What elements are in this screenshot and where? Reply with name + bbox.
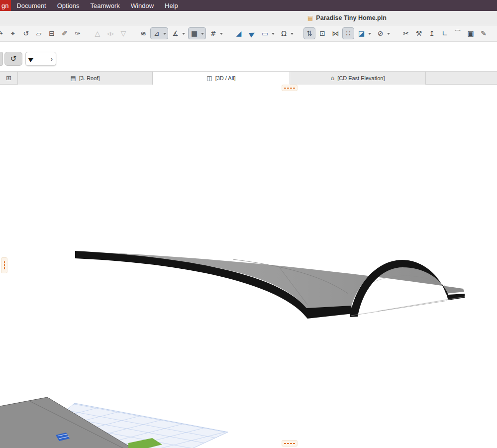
split-tool[interactable]: ✂ [400,27,412,39]
chevron-down-icon[interactable] [163,33,166,35]
trace-marker-left[interactable] [1,257,7,273]
arrow-select-tool[interactable]: ▶ [246,27,258,39]
coordinate-input-tool[interactable]: ▦ [188,27,206,39]
tool-icon: ▭ [262,30,268,37]
chevron-down-icon[interactable] [368,33,371,35]
tab-overview-button[interactable]: ⊞ [0,72,18,85]
chevron-down-icon[interactable] [220,33,223,35]
previous-zoom-tool[interactable]: ⊟ [46,27,58,39]
tool-icon: ⊡ [319,30,325,37]
tab-3d-all[interactable]: ◫ [3D / All] [153,72,290,85]
cursor-arrow-icon: ▶ [27,55,35,63]
tool-icon: ▽ [121,30,126,37]
suspend-groups-toggle[interactable]: Ω [278,27,296,39]
tool-icon: ◃▹ [107,30,114,37]
adjust-tool[interactable]: ⚒ [413,27,425,39]
jump-down-marker-tool[interactable]: ▽ [117,27,129,39]
orbit-button[interactable]: ↺ [4,52,22,66]
tool-icon: ≋ [140,30,146,37]
tool-icon: ⌒ [454,30,461,37]
viewport-3d[interactable] [0,84,497,448]
main-toolbar: ↷ ⌖ ↺ ▱ ⊟ ✐ [0,25,497,42]
chevron-down-icon[interactable] [387,33,390,35]
gravity-tool[interactable]: ⇅ [303,27,315,39]
tab-label: [3. Roof] [79,75,100,81]
snap-points-tool[interactable]: ∷ [342,27,354,39]
menu-item[interactable]: Help [159,0,184,11]
elevate-tool[interactable]: ↥ [426,27,438,39]
fillet-tool[interactable]: ⌒ [452,27,464,39]
roof-3d-model[interactable] [75,251,465,319]
mirror-tool[interactable]: ⋈ [329,27,341,39]
redo-arc-tool[interactable]: ↷ [0,27,6,39]
angle-measure-tool[interactable]: ∡ [169,27,187,39]
tool-icon: △ [95,30,100,37]
surface-snap-tool[interactable]: ◪ [355,27,373,39]
tool-icon: ↷ [0,30,3,37]
cycle-markers-tool[interactable]: ◃▹ [104,27,116,39]
menu-label: gn [1,2,8,9]
tool-icon: ⊿ [154,30,160,37]
corner-extend-tool[interactable]: ∟ [439,27,451,39]
tool-icon: ⊘ [378,30,384,37]
tool-icon: ✑ [75,30,81,37]
offset-tool[interactable]: ✎ [478,27,490,39]
tool-icon: ✂ [403,30,409,37]
hatch-display-toggle[interactable]: ≋ [137,27,149,39]
menu-item[interactable]: Teamwork [85,0,125,11]
slope-input-tool[interactable]: ⊿ [150,27,168,39]
tool-icon: # [210,30,216,37]
tool-icon: ↥ [429,30,435,37]
editing-plane-tool[interactable]: ◢ [233,27,245,39]
tool-icon: ✎ [481,30,487,37]
select-magnet-tool[interactable]: ⌖ [7,27,19,39]
tab-label: [CD East Elevation] [337,75,385,81]
tab-cd-east-elevation[interactable]: ⌂ [CD East Elevation] [290,72,426,85]
document-title: ▤ Paradise Tiny Home.pln [307,11,387,25]
chevron-down-icon[interactable] [182,33,185,35]
tool-icon: ▦ [191,30,198,37]
view-tab-bar: ⊞ ▤ [3. Roof] ◫ [3D / All] [0,71,497,85]
cube-3d-icon: ◫ [206,75,212,82]
tool-icon: ◢ [236,30,242,37]
resize-tool[interactable]: ▣ [465,27,477,39]
document-title-text: Paradise Tiny Home.pln [316,14,386,21]
tool-icon: ▶ [248,29,256,37]
pickup-parameters-tool[interactable]: ✑ [72,27,84,39]
dimension-units-tool[interactable]: ⊡ [316,27,328,39]
menu-item-design-partial[interactable]: gn [0,0,11,11]
scene-3d [0,84,497,448]
marquee-tool[interactable]: ▭ [259,27,277,39]
menu-item[interactable]: Document [11,0,51,11]
tool-icon: ⊟ [49,30,55,37]
tab-3-roof[interactable]: ▤ [3. Roof] [18,72,153,85]
tool-icon: ⇅ [306,30,312,37]
trace-marker-bottom[interactable] [282,440,298,447]
grid-overview-icon: ⊞ [6,74,11,82]
archicad-window: gn Document Options Teamwork Window Help… [0,0,497,448]
menu-item[interactable]: Window [125,0,159,11]
grid-snap-toggle[interactable]: # [207,27,225,39]
trace-marker-top[interactable] [282,85,298,91]
tool-icon: ∷ [346,30,351,37]
cursor-mode-button[interactable]: ▶ › [25,52,56,66]
fit-in-window-tool[interactable]: ▱ [33,27,45,39]
tool-icon: ⌖ [11,30,15,37]
story-icon: ▤ [71,75,76,82]
pen-tool[interactable]: ✐ [59,27,71,39]
chevron-down-icon[interactable] [201,33,204,35]
chevron-down-icon[interactable] [291,33,294,35]
chevron-down-icon[interactable] [272,33,275,35]
tool-icon: ✐ [62,30,68,37]
tool-icon: ∡ [172,30,179,37]
quick-toolbar: ↺ ▶ › [0,52,56,66]
tool-icon: Ω [281,30,287,37]
chevron-right-icon[interactable]: › [51,55,53,63]
shadow-off-toggle[interactable]: ⊘ [374,27,392,39]
tool-icon: ⚒ [416,30,422,37]
orbit-zoom-tool[interactable]: ↺ [20,27,32,39]
quickbar-partial-button[interactable] [0,52,3,66]
jump-up-marker-tool[interactable]: △ [92,27,103,39]
tab-label: [3D / All] [215,75,236,81]
menu-item[interactable]: Options [52,0,85,11]
